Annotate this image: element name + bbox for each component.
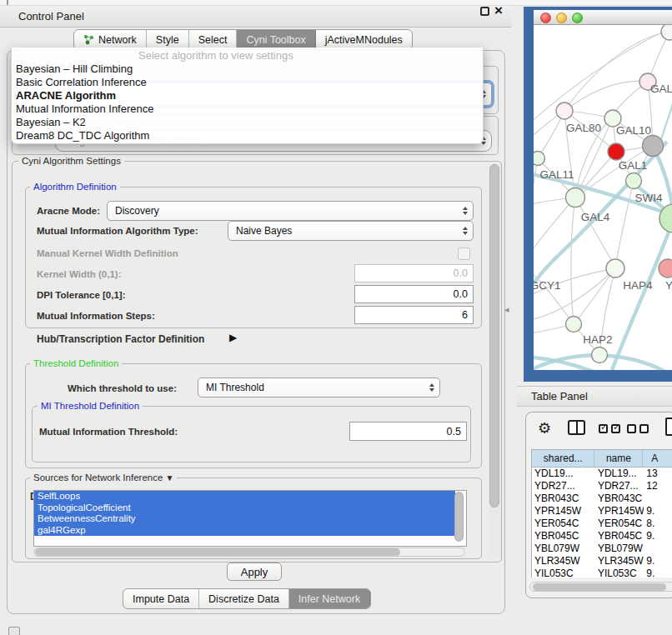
algorithm-option[interactable]: Bayesian – K2 [12,116,483,129]
algorithm-option[interactable]: Bayesian – Hill Climbing [12,62,483,76]
tab-label: Network [98,34,137,46]
document-icon[interactable] [665,418,672,436]
attribute-item[interactable]: gal4RGexp [34,525,455,537]
split-columns-icon[interactable] [568,420,585,435]
table-cell: 9. [644,568,672,578]
table-cell: YDL19... [532,468,595,480]
node-label: HAP2 [583,333,612,346]
hub-tf-definition-label[interactable]: Hub/Transcription Factor Definition [37,333,204,345]
attribute-item[interactable]: BetweennessCentrality [34,513,455,525]
tab-discretize-data[interactable]: Discretize Data [199,589,289,608]
network-node[interactable] [592,348,608,363]
attribute-item[interactable]: TopologicalCoefficient [34,502,455,514]
network-node[interactable] [556,102,573,119]
manual-kernel-checkbox[interactable] [458,248,470,260]
table-cell: YBR043C [595,492,644,505]
dpi-tolerance-field[interactable]: 0.0 [354,285,474,303]
table-row[interactable]: YBL079WYBL079W [532,542,672,555]
tab-cyni-toolbox[interactable]: Cyni Toolbox [237,30,315,49]
kernel-width-label: Kernel Width (0,1): [37,269,121,279]
expand-arrow-icon[interactable]: ▶ [229,332,237,343]
tab-infer-network[interactable]: Infer Network [289,589,370,608]
table-row[interactable]: YDL19...YDL19...13 [532,468,672,480]
dock-panel-icon[interactable] [8,627,20,635]
table-row[interactable]: YBR045CYBR045C9. [532,530,672,542]
network-node[interactable] [566,188,585,208]
algorithm-option[interactable]: Basic Correlation Inference [12,76,483,89]
mi-threshold-field[interactable]: 0.5 [349,422,467,441]
table-cell: YDR27... [595,480,644,492]
aracne-mode-combo[interactable]: Discovery [107,201,474,221]
kernel-width-field[interactable]: 0.0 [354,264,474,282]
attribute-table: shared...nameA YDL19...YDL19...13YDR27..… [531,449,672,578]
apply-button[interactable]: Apply [227,562,282,581]
tab-style[interactable]: Style [147,30,189,49]
algorithm-popup-prompt: Select algorithm to view settings [138,49,293,62]
network-node[interactable] [534,152,545,166]
network-node[interactable] [626,173,642,189]
mi-steps-field[interactable]: 6 [354,306,474,324]
table-window: ⚙ shared...nameA YDL19...YDL19...13YDR27… [525,412,672,598]
collapse-arrow-icon[interactable]: ▼ [166,473,174,482]
tab-jactivemnodules[interactable]: jActiveMNodules [316,30,412,49]
which-threshold-combo[interactable]: MI Threshold [198,378,440,398]
attribute-item[interactable]: SelfLoops [34,491,455,502]
table-cell: YBR045C [532,530,595,542]
node-label: Y [665,279,672,292]
network-node[interactable] [566,317,582,332]
table-row[interactable]: YPR145WYPR145W9. [532,505,672,518]
select-all-checkboxes-icon[interactable] [599,424,620,433]
network-edge [534,268,615,322]
float-window-icon[interactable] [480,7,489,16]
panel-collapse-arrow[interactable]: ◂ [504,304,509,315]
clear-checkboxes-icon[interactable] [627,424,649,433]
network-edge [534,198,575,265]
column-header[interactable]: name [594,450,643,468]
gear-icon[interactable]: ⚙ [538,419,551,437]
control-panel-titlebar: Control Panel [0,6,511,28]
table-hscrollbar-thumb[interactable] [533,583,666,591]
mi-type-label: Mutual Information Algorithm Type: [37,226,198,236]
network-node[interactable] [659,259,672,278]
network-node[interactable] [661,25,672,40]
sources-group-title[interactable]: Sources for Network Inference ▼ [30,472,177,483]
zoom-traffic-light-icon[interactable] [572,12,583,23]
algorithm-option[interactable]: ARACNE Algorithm [12,89,483,102]
tab-label: Infer Network [298,593,360,605]
close-icon[interactable]: × [494,1,503,21]
table-row[interactable]: YER054CYER054C8. [532,518,672,530]
attributes-hscrollbar-thumb[interactable] [35,548,400,556]
network-icon [83,34,94,45]
column-header[interactable]: shared... [532,450,594,468]
network-edge [612,223,672,370]
table-cell: YER054C [532,518,595,530]
algorithm-select-popup: Select algorithm to view settings Bayesi… [11,48,484,144]
node-label: HAP4 [623,279,653,292]
tab-select[interactable]: Select [189,30,238,49]
table-row[interactable]: YBR043CYBR043C [532,492,672,505]
minimize-traffic-light-icon[interactable] [556,12,567,23]
table-cell [644,542,672,555]
settings-scrollbar-thumb[interactable] [489,164,499,508]
table-cell: YLR345W [532,555,595,568]
network-node[interactable] [643,136,664,157]
node-label: GCY1 [534,279,560,292]
table-row[interactable]: YDR27...YDR27...12 [532,480,672,492]
screen: Control Panel × NetworkStyleSelectCyni T… [0,0,672,635]
table-row[interactable]: YLR345WYLR345W9. [532,555,672,568]
tab-impute-data[interactable]: Impute Data [123,589,199,608]
tab-network[interactable]: Network [74,30,147,49]
network-node[interactable] [606,259,624,278]
algorithm-option[interactable]: Dream8 DC_TDC Algorithm [12,129,483,142]
network-edge [564,81,648,111]
network-node[interactable] [608,143,624,160]
close-traffic-light-icon[interactable] [540,12,551,23]
mi-type-combo[interactable]: Naive Bayes [228,221,474,241]
attributes-scrollbar-thumb[interactable] [454,492,464,542]
bottom-tab-bar: Impute DataDiscretize DataInfer Network [123,588,371,609]
node-label: GAL10 [616,124,651,137]
table-row[interactable]: YIL053CYIL053C9. [532,568,672,578]
column-header[interactable]: A [643,450,672,468]
algorithm-option[interactable]: Mutual Information Inference [12,102,483,116]
network-canvas[interactable]: GALGAL80GAL10GAL1GAL11SWI4GAL4GCY1HAP4YH… [534,25,672,370]
